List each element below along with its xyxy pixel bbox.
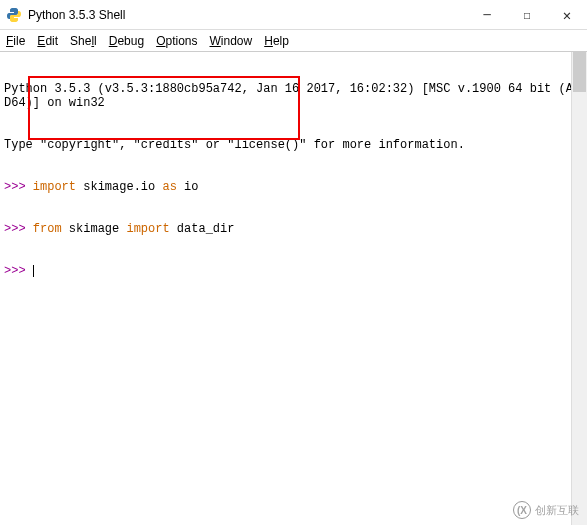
close-button[interactable]: ✕ [547,0,587,29]
window-controls: ─ ☐ ✕ [467,0,587,29]
menu-edit[interactable]: Edit [37,34,58,48]
keyword-as: as [162,180,176,194]
prompt: >>> [4,180,26,194]
watermark: (X 创新互联 [513,501,579,519]
keyword-from: from [33,222,62,236]
titlebar: Python 3.5.3 Shell ─ ☐ ✕ [0,0,587,30]
prompt: >>> [4,264,26,278]
banner-line: Type "copyright", "credits" or "license(… [4,138,583,152]
menu-shell[interactable]: Shell [70,34,97,48]
window-title: Python 3.5.3 Shell [28,8,467,22]
maximize-button[interactable]: ☐ [507,0,547,29]
scroll-thumb[interactable] [573,52,586,92]
menu-window[interactable]: Window [210,34,253,48]
code-line: >>> from skimage import data_dir [4,222,583,236]
minimize-button[interactable]: ─ [467,0,507,29]
banner-line: Python 3.5.3 (v3.5.3:1880cb95a742, Jan 1… [4,82,583,110]
menu-options[interactable]: Options [156,34,197,48]
menu-debug[interactable]: Debug [109,34,144,48]
keyword-import: import [33,180,76,194]
watermark-text: 创新互联 [535,503,579,518]
text-caret [33,265,34,277]
vertical-scrollbar[interactable] [571,52,587,525]
menu-help[interactable]: Help [264,34,289,48]
python-icon [6,7,22,23]
shell-editor[interactable]: Python 3.5.3 (v3.5.3:1880cb95a742, Jan 1… [0,52,587,525]
code-line: >>> import skimage.io as io [4,180,583,194]
watermark-logo: (X [513,501,531,519]
keyword-import: import [126,222,169,236]
prompt: >>> [4,222,26,236]
menu-file[interactable]: File [6,34,25,48]
menubar: File Edit Shell Debug Options Window Hel… [0,30,587,52]
prompt-line: >>> [4,264,583,278]
